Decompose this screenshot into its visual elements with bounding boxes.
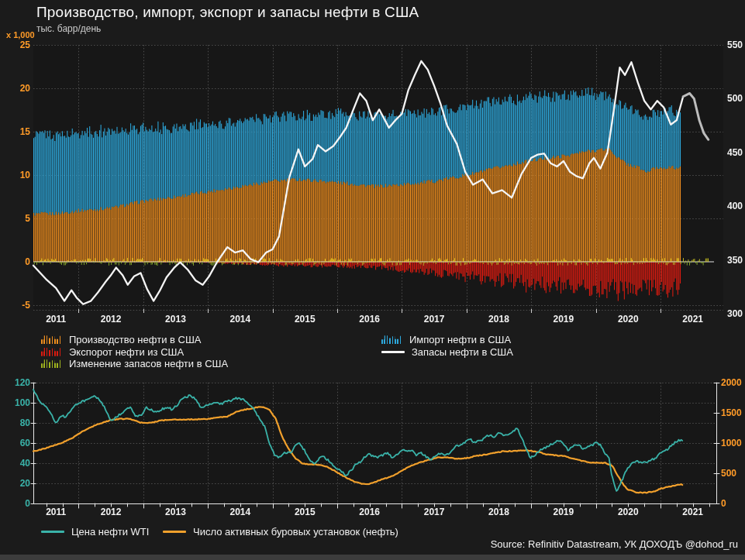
bottom-left-axis-tick: 100 [15, 398, 30, 408]
legend-label-inventory-change: Изменение запасов нефти в США [69, 358, 228, 369]
top-chart-year-label: 2012 [101, 314, 122, 325]
exports-bars-icon [41, 348, 62, 356]
top-right-axis-tick: 450 [727, 147, 743, 157]
top-left-axis-tick: -5 [22, 301, 30, 311]
top-right-axis-tick: 350 [727, 255, 743, 265]
legend-label-production: Производство нефти в США [69, 334, 202, 345]
legend-item-inventories: Запасы нефти в США [381, 346, 513, 359]
legend-item-exports: Экспорот нефти из США [41, 346, 228, 359]
wti-line-icon [41, 531, 64, 533]
bottom-chart-year-label: 2013 [165, 507, 186, 517]
top-chart-year-label: 2017 [424, 314, 445, 325]
bottom-right-axis-tick: 500 [721, 469, 736, 479]
bottom-window-strip [0, 555, 745, 560]
bottom-chart-year-label: 2012 [101, 507, 122, 517]
left-axis-unit-label: тыс. барр/день [36, 23, 101, 34]
bottom-chart-year-label: 2021 [682, 507, 703, 517]
left-axis-multiplier-label: x 1,000 [6, 30, 35, 40]
top-left-axis-tick: 10 [20, 170, 30, 180]
charts-canvas [0, 0, 745, 560]
bottom-left-axis-tick: 80 [20, 418, 30, 428]
top-right-axis-tick: 400 [727, 201, 743, 211]
top-right-axis-tick: 500 [727, 94, 743, 104]
top-chart-year-label: 2019 [554, 314, 574, 325]
legend-label-exports: Экспорот нефти из США [69, 346, 184, 358]
imports-bars-icon [381, 335, 402, 344]
legend-item-imports: Импорт нефти в США [381, 334, 513, 346]
bottom-right-axis-tick: 1500 [721, 408, 742, 418]
legend-label-wti: Цена нефти WTI [71, 526, 149, 538]
top-chart-year-label: 2021 [682, 314, 703, 325]
top-chart-year-label: 2013 [165, 314, 186, 325]
top-chart-year-label: 2018 [488, 314, 509, 325]
bottom-chart-year-label: 2017 [424, 507, 445, 517]
legend-item-rigs: Число активных буровых установок (нефть) [163, 526, 398, 538]
top-chart-legend: Производство нефти в США Экспорот нефти … [0, 334, 745, 373]
bottom-chart-year-label: 2011 [46, 507, 66, 517]
bottom-chart-year-label: 2016 [359, 507, 380, 517]
bottom-right-axis-tick: 2000 [721, 378, 742, 388]
top-left-axis-tick: 15 [20, 127, 30, 137]
top-chart-year-label: 2016 [359, 314, 380, 325]
top-left-axis-tick: 20 [20, 84, 30, 94]
chart-panel: Производство, импорт, экспорт и запасы н… [0, 0, 745, 560]
legend-label-inventories: Запасы нефти в США [412, 346, 513, 358]
top-right-axis-tick: 550 [727, 40, 743, 50]
top-chart-year-label: 2014 [230, 314, 251, 325]
bottom-chart-year-label: 2015 [295, 507, 316, 517]
bottom-chart-year-label: 2020 [618, 507, 639, 517]
top-chart-year-label: 2015 [295, 314, 316, 325]
bottom-left-axis-tick: 40 [20, 459, 30, 469]
bottom-right-axis-tick: 0 [721, 499, 726, 509]
legend-item-wti: Цена нефти WTI [41, 526, 149, 538]
bottom-chart-year-label: 2018 [488, 507, 509, 517]
top-chart-year-label: 2011 [46, 314, 66, 325]
top-chart-year-label: 2020 [618, 314, 639, 325]
bottom-left-axis-tick: 120 [15, 378, 30, 388]
inventory-change-bars-icon [41, 359, 62, 368]
bottom-left-axis-tick: 20 [20, 479, 30, 489]
top-left-axis-tick: 25 [20, 40, 30, 50]
legend-item-inventory-change: Изменение запасов нефти в США [41, 358, 228, 370]
bottom-right-axis-tick: 1000 [721, 438, 742, 448]
bottom-left-axis-tick: 0 [25, 499, 30, 509]
bottom-chart-year-label: 2019 [554, 507, 574, 517]
top-left-axis-tick: 5 [25, 214, 30, 224]
legend-label-imports: Импорт нефти в США [409, 334, 511, 345]
inventories-line-icon [381, 351, 405, 353]
page-title: Производство, импорт, экспорт и запасы н… [36, 4, 419, 21]
legend-item-production: Производство нефти в США [41, 334, 228, 346]
top-left-axis-tick: 0 [25, 257, 30, 267]
rigs-line-icon [163, 531, 186, 533]
legend-label-rigs: Число активных буровых установок (нефть) [193, 526, 398, 538]
top-right-axis-tick: 300 [727, 309, 743, 319]
source-credit: Source: Refinitiv Datastream, УК ДОХОДЪ … [491, 538, 738, 550]
production-bars-icon [41, 335, 62, 344]
bottom-chart-year-label: 2014 [230, 507, 251, 517]
bottom-left-axis-tick: 60 [20, 438, 30, 448]
